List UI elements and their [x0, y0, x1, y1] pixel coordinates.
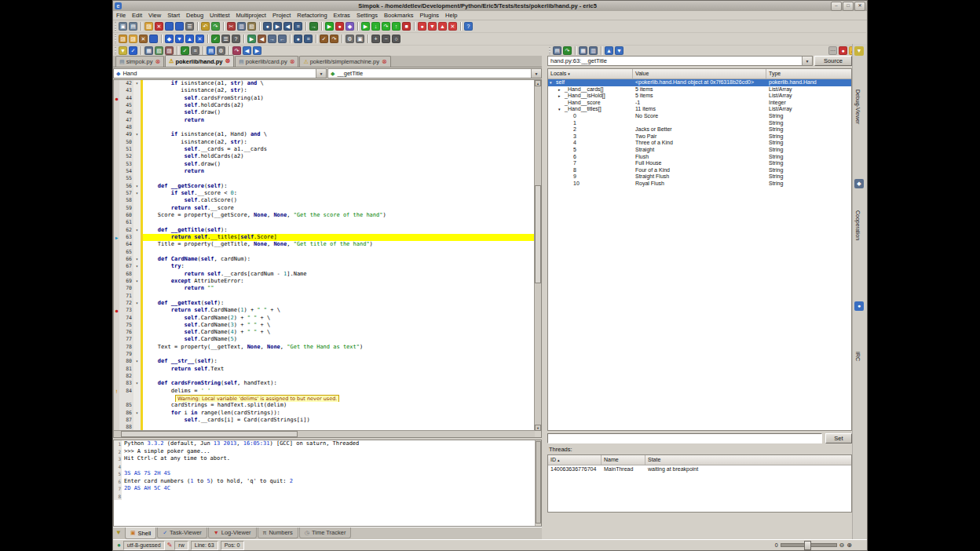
fold-margin[interactable]: ▾	[133, 410, 141, 417]
close-button[interactable]: ✕	[854, 2, 865, 11]
search-next-icon[interactable]: ▶	[273, 22, 282, 31]
line-number[interactable]: 58	[119, 197, 133, 204]
breakpoint-margin[interactable]	[114, 117, 119, 124]
menu-bookmarks[interactable]: Bookmarks	[381, 12, 417, 19]
breakpoint-margin[interactable]	[114, 329, 119, 336]
style-check-icon[interactable]: ≡	[191, 46, 199, 55]
menu-extras[interactable]: Extras	[331, 12, 353, 19]
scroll-down-icon[interactable]: ▼	[535, 425, 541, 431]
new-window-icon[interactable]: ▣	[119, 22, 127, 31]
breakpoint-margin[interactable]	[114, 87, 119, 94]
shell-text[interactable]: 3S AS 7S 2H 4S	[122, 470, 541, 478]
close-tab-icon[interactable]: ⊗	[382, 59, 387, 65]
code-line[interactable]: def cardsFromString(self, handText):	[143, 380, 535, 387]
breakpoint-margin[interactable]	[114, 373, 119, 380]
file-tab-0[interactable]: ▤simpok.py⊗	[115, 56, 164, 67]
breakpoint-margin[interactable]	[114, 263, 119, 270]
breakpoint-margin[interactable]	[114, 175, 119, 182]
line-number[interactable]: 47	[119, 117, 133, 124]
code-line[interactable]: self.__cards = a1.__cards	[143, 146, 535, 153]
code-line[interactable]: self.holdCards(a2)	[143, 153, 535, 160]
tab-shell[interactable]: ▣Shell	[125, 527, 156, 539]
code-line[interactable]: for i in range(len(cardStrings)):	[143, 410, 535, 417]
debug-script-icon[interactable]: ●	[335, 22, 344, 31]
fold-margin[interactable]	[133, 336, 141, 343]
member-navigator-combo[interactable]: ◆ __getTitle ▼	[327, 68, 542, 78]
breakpoint-margin[interactable]	[114, 227, 119, 234]
file-tab-2[interactable]: ▤pokerlib/card.py⊗	[235, 56, 298, 67]
breakpoint-margin[interactable]	[114, 161, 119, 168]
variable-row[interactable]: 8Four of a KindString	[548, 167, 851, 174]
code-line[interactable]: def __getText(self):	[143, 300, 535, 307]
chevron-down-icon[interactable]: ▼	[531, 69, 541, 78]
code-line[interactable]: return self.Text	[143, 366, 535, 373]
line-number[interactable]: 83	[119, 380, 133, 387]
variable-row[interactable]: 6FlushString	[548, 154, 851, 161]
line-number[interactable]: 77	[119, 336, 133, 343]
fold-margin[interactable]	[133, 117, 141, 124]
spelling-icon[interactable]: ✓	[211, 35, 220, 43]
variable-row[interactable]: 1String	[548, 120, 851, 127]
breakpoint-margin[interactable]	[114, 410, 119, 417]
profile-script-icon[interactable]: ◆	[346, 22, 354, 31]
menu-refactoring[interactable]: Refactoring	[294, 12, 330, 19]
code-line[interactable]: self.draw()	[143, 109, 535, 116]
code-line[interactable]	[143, 293, 535, 300]
line-number[interactable]: 85	[119, 402, 133, 409]
breakpoint-margin[interactable]	[114, 102, 119, 109]
line-number[interactable]: 81	[119, 366, 133, 373]
fold-margin[interactable]: ▾	[133, 131, 141, 138]
scroll-up-icon[interactable]: ▲	[535, 80, 541, 86]
fold-margin[interactable]	[133, 153, 141, 160]
fold-margin[interactable]	[133, 285, 141, 292]
fold-margin[interactable]	[133, 161, 141, 168]
line-number[interactable]: 78	[119, 344, 133, 351]
line-number[interactable]: 65	[119, 249, 133, 256]
code-line[interactable]: self.calcScore()	[143, 197, 535, 204]
zoom-in-icon[interactable]: ⊕	[847, 542, 852, 549]
shell-text[interactable]	[122, 463, 541, 471]
line-number[interactable]: 71	[119, 293, 133, 300]
unindent-icon[interactable]: ←	[278, 35, 287, 43]
fold-margin[interactable]: ▾	[133, 183, 141, 190]
code-line[interactable]	[143, 219, 535, 226]
code-line[interactable]: self.CardName(5)	[143, 336, 535, 343]
breakpoint-margin[interactable]	[114, 109, 119, 116]
refactoring-icon[interactable]: ↷	[232, 46, 241, 55]
api-icon[interactable]: ⚙	[217, 46, 225, 55]
chevron-down-icon[interactable]: ▼	[802, 57, 812, 65]
breakpoint-margin[interactable]	[114, 153, 119, 160]
class-navigator-combo[interactable]: ◆ Hand ▼	[113, 68, 327, 78]
fold-margin[interactable]	[133, 249, 141, 256]
breakpoint-margin[interactable]	[114, 249, 119, 256]
code-line[interactable]: isinstance(a2, str):	[143, 87, 535, 94]
scrollbar-thumb[interactable]	[535, 185, 541, 283]
code-line[interactable]: self.CardName(3) + " " + \	[143, 322, 535, 329]
minimize-button[interactable]: –	[831, 2, 842, 11]
code-line[interactable]: cardStrings = handText.split(delim)	[143, 402, 535, 409]
line-number[interactable]: 74	[119, 315, 133, 322]
code-line[interactable]: if isinstance(a1, Hand) and \	[143, 131, 535, 138]
breakpoint-margin[interactable]	[114, 190, 119, 197]
breakpoint-margin[interactable]	[114, 139, 119, 146]
code-line[interactable]: if self.__score < 0:	[143, 190, 535, 197]
zoom-slider-handle[interactable]	[804, 541, 811, 550]
step-out-icon[interactable]: ↑	[392, 22, 400, 31]
stack-frame-combo[interactable]: hand.py:63:__getTitle ▼	[547, 56, 813, 66]
code-line[interactable]: try:	[143, 263, 535, 270]
file-tab-1[interactable]: ⚠pokerlib/hand.py⊗	[165, 55, 234, 67]
variable-row[interactable]: 2Jacks or BetterString	[548, 126, 851, 133]
breakpoint-margin[interactable]	[114, 80, 119, 87]
fold-margin[interactable]	[133, 351, 141, 358]
titlebar[interactable]: e Simpok - /home/detlev/Development/Pyth…	[113, 1, 867, 12]
menu-debug[interactable]: Debug	[183, 12, 207, 19]
line-number[interactable]: 43	[119, 87, 133, 94]
line-number[interactable]: 59	[119, 205, 133, 212]
chevron-down-icon[interactable]: ▼	[316, 69, 326, 78]
editor-vertical-scrollbar[interactable]: ▲ ▼	[534, 80, 541, 431]
line-number[interactable]: 44	[119, 95, 133, 102]
replace-icon[interactable]: ≡	[294, 22, 302, 31]
prev-bookmark-icon[interactable]: ▲	[185, 35, 194, 43]
filter-icon[interactable]: ▼	[854, 46, 864, 56]
breakpoint-margin[interactable]	[114, 285, 119, 292]
